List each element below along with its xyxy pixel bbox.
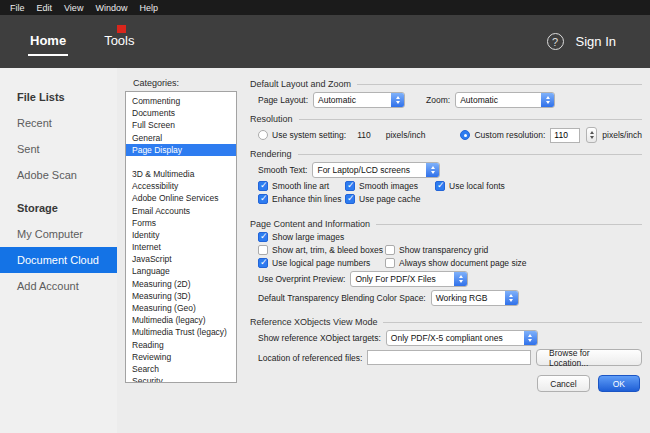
dropdown-arrows-icon [524,331,537,345]
category-item[interactable]: Measuring (3D) [126,290,236,302]
category-item[interactable]: Email Accounts [126,205,236,217]
sidebar-item[interactable]: My Computer [0,221,117,247]
section-title: Page Content and Information [250,219,370,229]
zoom-label: Zoom: [426,95,450,105]
sidebar-item[interactable]: Adobe Scan [0,162,117,188]
smooth-text-row: Smooth Text: For Laptop/LCD screens [258,162,642,178]
use-system-setting-radio[interactable]: Use system setting: [258,130,346,140]
sign-in-button[interactable]: Sign In [576,34,616,49]
enhance-thin-lines-checkbox[interactable]: Enhance thin lines [258,194,340,204]
overprint-preview-label: Use Overprint Preview: [258,274,345,284]
system-resolution-unit: pixels/inch [386,130,426,140]
logical-page-numbers-checkbox[interactable]: Use logical page numbers [258,258,380,268]
smooth-text-dropdown[interactable]: For Laptop/LCD screens [312,162,440,178]
cancel-button[interactable]: Cancel [537,375,589,392]
dialog-actions: Cancel OK [250,375,640,392]
zoom-dropdown[interactable]: Automatic [455,92,555,108]
category-item[interactable]: Full Screen [126,119,236,131]
custom-resolution-label: Custom resolution: [474,130,545,140]
sidebar-item[interactable]: Document Cloud [0,247,117,273]
category-item[interactable]: Security [126,375,236,383]
menu-item[interactable]: Help [133,3,164,13]
checkbox-label: Show large images [272,232,344,242]
checkbox-label: Show transparency grid [399,245,488,255]
smooth-text-value: For Laptop/LCD screens [313,163,426,177]
checkbox-icon [345,181,355,191]
category-item[interactable]: Adobe Online Services [126,192,236,204]
xobject-targets-dropdown[interactable]: Only PDF/X-5 compliant ones [386,330,538,346]
menu-item[interactable]: View [58,3,89,13]
settings-panel: Default Layout and Zoom Page Layout: Aut… [250,76,642,433]
menu-bar: File Edit View Window Help [0,0,650,15]
toolbar-tab[interactable]: Home [28,27,68,56]
show-large-images-checkbox[interactable]: Show large images [258,232,344,242]
page-layout-label: Page Layout: [258,95,308,105]
dropdown-arrows-icon [505,291,518,305]
checkbox-label: Show art, trim, & bleed boxes [272,245,383,255]
checkbox-label: Use logical page numbers [272,258,370,268]
category-item[interactable]: Measuring (2D) [126,278,236,290]
category-item[interactable]: 3D & Multimedia [126,168,236,180]
checkbox-icon [258,245,268,255]
category-item[interactable]: Accessibility [126,180,236,192]
section-title: Reference XObjects View Mode [250,317,377,327]
menu-item[interactable]: File [4,3,31,13]
sidebar-item[interactable]: Sent [0,136,117,162]
category-item[interactable]: Search [126,363,236,375]
category-item[interactable]: General [126,132,236,144]
category-item[interactable]: Documents [126,107,236,119]
custom-resolution-input[interactable] [550,128,580,143]
checkbox-label: Smooth line art [272,181,329,191]
category-item[interactable]: Multimedia (legacy) [126,314,236,326]
section-divider [298,154,642,155]
category-item[interactable]: Page Display [126,144,236,156]
page-layout-dropdown[interactable]: Automatic [313,92,405,108]
categories-listbox[interactable]: Commenting Documents Full Screen General… [125,91,237,383]
checkbox-icon [258,232,268,242]
category-item[interactable]: Identity [126,229,236,241]
checkbox-icon [258,181,268,191]
category-item[interactable]: Forms [126,217,236,229]
category-item[interactable]: Commenting [126,95,236,107]
stepper-icon[interactable] [586,127,597,143]
category-item[interactable]: Reviewing [126,351,236,363]
app-toolbar: Home Tools ? Sign In [0,15,650,68]
category-item[interactable]: Multimedia Trust (legacy) [126,326,236,338]
sidebar-section-storage: Storage My Computer Document Cloud Add A… [0,195,117,299]
always-show-page-size-checkbox[interactable]: Always show document page size [385,258,527,268]
menu-item[interactable]: Edit [31,3,59,13]
xobject-targets-row: Show reference XObject targets: Only PDF… [258,330,642,346]
section-divider [357,84,642,85]
categories-column: Categories: Commenting Documents Full Sc… [125,76,237,433]
use-local-fonts-checkbox[interactable]: Use local fonts [435,181,505,191]
section-divider [376,224,642,225]
ok-button[interactable]: OK [598,375,640,392]
transparency-blend-dropdown[interactable]: Working RGB [431,290,519,306]
page-content-row-2: Show art, trim, & bleed boxes Show trans… [258,245,642,255]
radio-icon [258,130,268,140]
page-content-row-1: Show large images [258,232,642,242]
sidebar: File Lists Recent Sent Adobe Scan Storag… [0,68,117,433]
custom-resolution-radio[interactable]: Custom resolution: [460,130,545,140]
sidebar-section-file-lists: File Lists Recent Sent Adobe Scan [0,84,117,188]
section-divider [299,119,642,120]
referenced-files-input[interactable] [367,350,531,365]
browse-location-button[interactable]: Browse for Location... [536,349,642,366]
use-page-cache-checkbox[interactable]: Use page cache [345,194,420,204]
category-item[interactable]: Language [126,265,236,277]
category-item[interactable]: Measuring (Geo) [126,302,236,314]
show-art-trim-bleed-checkbox[interactable]: Show art, trim, & bleed boxes [258,245,380,255]
layout-zoom-row: Page Layout: Automatic Zoom: Automatic [258,92,642,108]
help-icon[interactable]: ? [547,33,564,50]
category-item[interactable]: Reading [126,339,236,351]
sidebar-item[interactable]: Recent [0,110,117,136]
section-header-xobjects: Reference XObjects View Mode [250,317,642,327]
show-transparency-grid-checkbox[interactable]: Show transparency grid [385,245,488,255]
menu-item[interactable]: Window [89,3,133,13]
overprint-preview-dropdown[interactable]: Only For PDF/X Files [350,271,468,287]
smooth-images-checkbox[interactable]: Smooth images [345,181,430,191]
category-item[interactable]: Internet [126,241,236,253]
category-item[interactable]: JavaScript [126,253,236,265]
smooth-line-art-checkbox[interactable]: Smooth line art [258,181,340,191]
sidebar-item[interactable]: Add Account [0,273,117,299]
